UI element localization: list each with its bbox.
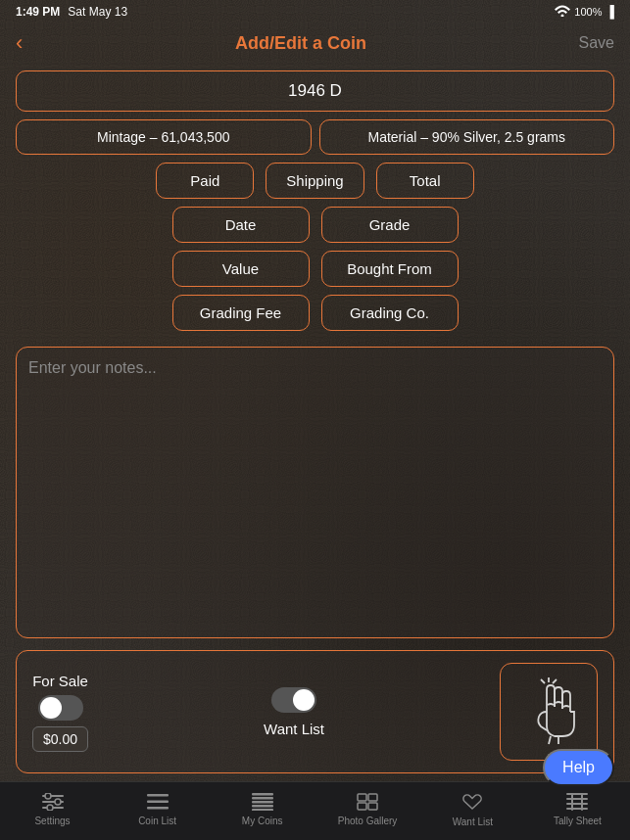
- tab-settings-label: Settings: [34, 816, 70, 826]
- settings-icon: [42, 793, 64, 814]
- price-badge[interactable]: $0.00: [32, 726, 88, 752]
- tab-bar: Settings Coin List: [0, 781, 630, 840]
- svg-rect-16: [252, 801, 273, 804]
- hand-icon: [519, 677, 578, 746]
- tally-sheet-icon: [566, 793, 588, 814]
- svg-rect-26: [566, 808, 588, 810]
- hand-icon-area[interactable]: [500, 663, 598, 761]
- svg-rect-25: [566, 803, 588, 805]
- grading-row: Grading Fee Grading Co.: [16, 295, 614, 331]
- notes-placeholder: Enter your notes...: [28, 359, 157, 376]
- svg-rect-21: [358, 803, 366, 810]
- grading-fee-button[interactable]: Grading Fee: [172, 295, 310, 331]
- info-row: Mintage – 61,043,500 Material – 90% Silv…: [16, 119, 614, 155]
- status-date: Sat May 13: [68, 5, 127, 19]
- tab-coin-list-label: Coin List: [138, 816, 176, 826]
- status-right: 100% ▐: [555, 5, 614, 19]
- tab-coin-list[interactable]: Coin List: [128, 793, 187, 826]
- date-grade-row: Date Grade: [16, 207, 614, 243]
- svg-line-0: [549, 736, 551, 744]
- svg-rect-19: [358, 794, 366, 801]
- battery-label: 100%: [574, 6, 602, 18]
- for-sale-toggle-knob: [40, 697, 62, 719]
- save-button[interactable]: Save: [579, 34, 614, 52]
- for-sale-label: For Sale: [32, 673, 88, 689]
- shipping-button[interactable]: Shipping: [266, 163, 363, 199]
- svg-rect-27: [571, 793, 573, 811]
- value-button[interactable]: Value: [172, 251, 310, 287]
- tab-my-coins-label: My Coins: [242, 816, 283, 826]
- svg-rect-20: [368, 794, 377, 801]
- svg-rect-12: [147, 800, 169, 803]
- svg-line-2: [541, 679, 545, 683]
- svg-line-4: [553, 679, 557, 683]
- want-list-toggle[interactable]: [271, 687, 316, 713]
- for-sale-toggle[interactable]: [38, 695, 83, 721]
- paid-button[interactable]: Paid: [156, 163, 254, 199]
- payment-row: Paid Shipping Total: [16, 163, 614, 199]
- tab-tally-sheet[interactable]: Tally Sheet: [548, 793, 606, 826]
- date-button[interactable]: Date: [172, 207, 310, 243]
- svg-rect-17: [252, 805, 273, 808]
- svg-rect-18: [252, 809, 273, 811]
- value-boughtfrom-row: Value Bought From: [16, 251, 614, 287]
- photo-gallery-icon: [357, 793, 378, 814]
- battery-icon: ▐: [606, 5, 614, 19]
- grade-button[interactable]: Grade: [321, 207, 459, 243]
- coin-list-icon: [147, 793, 169, 814]
- svg-rect-24: [566, 798, 588, 800]
- page-title: Add/Edit a Coin: [235, 33, 366, 54]
- want-list-label: Want List: [264, 721, 324, 737]
- svg-rect-14: [252, 793, 273, 796]
- mintage-button[interactable]: Mintage – 61,043,500: [16, 119, 312, 155]
- tab-my-coins[interactable]: My Coins: [233, 793, 292, 826]
- svg-rect-15: [252, 797, 273, 800]
- tab-want-list-label: Want List: [453, 817, 493, 827]
- tab-tally-sheet-label: Tally Sheet: [554, 816, 602, 826]
- wifi-icon: [555, 5, 570, 19]
- svg-rect-13: [147, 807, 169, 810]
- main-content: 1946 D Mintage – 61,043,500 Material – 9…: [0, 63, 630, 646]
- want-list-icon: [461, 792, 483, 815]
- back-button[interactable]: ‹: [16, 30, 23, 56]
- notes-container[interactable]: Enter your notes...: [16, 347, 614, 638]
- tab-photo-gallery[interactable]: Photo Gallery: [338, 793, 398, 826]
- svg-point-8: [45, 793, 51, 799]
- tab-photo-gallery-label: Photo Gallery: [338, 816, 398, 826]
- want-list-section: Want List: [264, 687, 324, 737]
- bottom-panel: For Sale $0.00 Want List: [16, 650, 614, 773]
- svg-rect-11: [147, 794, 169, 797]
- coin-name-field[interactable]: 1946 D: [16, 70, 614, 112]
- grading-co-button[interactable]: Grading Co.: [321, 295, 459, 331]
- for-sale-section: For Sale $0.00: [32, 673, 88, 752]
- svg-rect-22: [368, 803, 377, 810]
- help-button[interactable]: Help: [543, 749, 614, 786]
- status-time: 1:49 PM: [16, 5, 60, 19]
- status-bar: 1:49 PM Sat May 13 100% ▐: [0, 0, 630, 23]
- want-list-toggle-knob: [293, 689, 315, 711]
- svg-point-9: [55, 799, 61, 805]
- svg-rect-23: [566, 793, 588, 795]
- my-coins-icon: [252, 793, 273, 814]
- material-button[interactable]: Material – 90% Silver, 2.5 grams: [319, 119, 615, 155]
- bought-from-button[interactable]: Bought From: [321, 251, 459, 287]
- nav-bar: ‹ Add/Edit a Coin Save: [0, 23, 630, 63]
- svg-rect-28: [581, 793, 583, 811]
- tab-settings[interactable]: Settings: [24, 793, 82, 826]
- svg-point-10: [47, 805, 53, 811]
- tab-want-list[interactable]: Want List: [443, 792, 502, 827]
- total-button[interactable]: Total: [376, 163, 474, 199]
